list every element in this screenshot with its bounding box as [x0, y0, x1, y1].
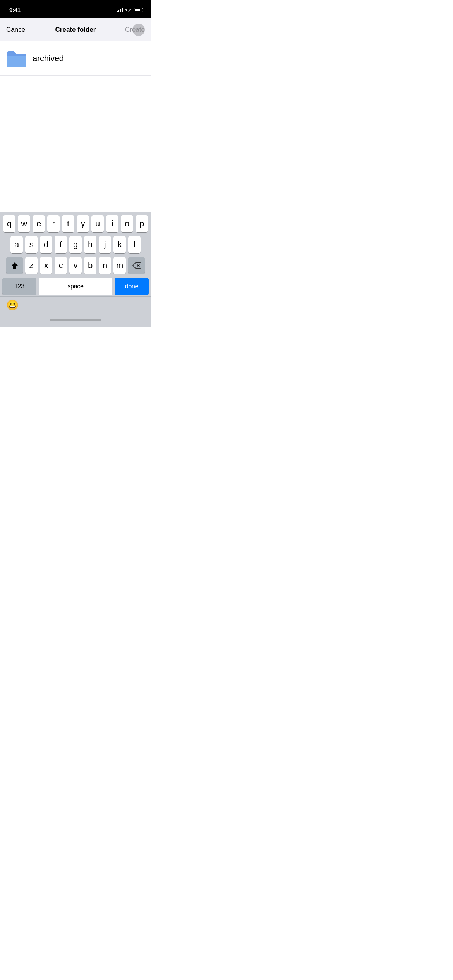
- shift-key[interactable]: [6, 257, 23, 274]
- signal-bars-icon: [117, 8, 123, 12]
- status-time: 9:41: [9, 7, 21, 13]
- key-y[interactable]: y: [77, 215, 89, 232]
- keyboard-row-4: 123 space done: [1, 278, 150, 295]
- keyboard-row-3: z x c v b n m: [1, 257, 150, 274]
- key-f[interactable]: f: [55, 236, 67, 253]
- key-p[interactable]: p: [136, 215, 148, 232]
- nav-title: Create folder: [55, 26, 96, 34]
- key-t[interactable]: t: [62, 215, 74, 232]
- key-i[interactable]: i: [106, 215, 118, 232]
- keyboard-rows: q w e r t y u i o p a s d f g h j k l: [0, 212, 151, 296]
- main-content-area: [0, 76, 151, 213]
- folder-name-input[interactable]: [33, 53, 145, 63]
- key-u[interactable]: u: [91, 215, 104, 232]
- key-m[interactable]: m: [113, 257, 126, 274]
- nav-header: Cancel Create folder Create: [0, 18, 151, 41]
- status-bar: 9:41: [0, 0, 151, 18]
- emoji-button[interactable]: 😀: [6, 299, 19, 311]
- key-b[interactable]: b: [84, 257, 96, 274]
- key-w[interactable]: w: [18, 215, 30, 232]
- key-h[interactable]: h: [84, 236, 96, 253]
- folder-input-area: [0, 41, 151, 76]
- keyboard-row-2: a s d f g h j k l: [1, 236, 150, 253]
- signal-bar-4: [122, 8, 123, 12]
- done-key[interactable]: done: [115, 278, 149, 295]
- key-s[interactable]: s: [25, 236, 38, 253]
- key-k[interactable]: k: [113, 236, 126, 253]
- key-q[interactable]: q: [3, 215, 15, 232]
- key-z[interactable]: z: [25, 257, 38, 274]
- key-r[interactable]: r: [47, 215, 60, 232]
- wifi-icon: [125, 8, 131, 12]
- key-e[interactable]: e: [33, 215, 45, 232]
- create-button[interactable]: Create: [125, 23, 145, 37]
- key-a[interactable]: a: [10, 236, 23, 253]
- key-v[interactable]: v: [69, 257, 82, 274]
- emoji-bar: 😀: [0, 296, 151, 314]
- home-indicator: [0, 314, 151, 327]
- signal-bar-3: [120, 9, 121, 12]
- key-n[interactable]: n: [99, 257, 111, 274]
- key-l[interactable]: l: [128, 236, 141, 253]
- delete-key[interactable]: [128, 257, 145, 274]
- key-j[interactable]: j: [99, 236, 111, 253]
- folder-icon: [6, 49, 27, 68]
- status-icons: [117, 8, 144, 12]
- home-bar: [50, 319, 101, 321]
- key-o[interactable]: o: [121, 215, 133, 232]
- signal-bar-2: [118, 10, 119, 12]
- space-key[interactable]: space: [39, 278, 112, 295]
- battery-fill: [135, 9, 140, 11]
- key-c[interactable]: c: [55, 257, 67, 274]
- battery-icon: [134, 8, 143, 12]
- create-button-label: Create: [125, 26, 145, 34]
- key-d[interactable]: d: [40, 236, 52, 253]
- numbers-key[interactable]: 123: [2, 278, 36, 295]
- keyboard-row-1: q w e r t y u i o p: [1, 215, 150, 232]
- key-g[interactable]: g: [69, 236, 82, 253]
- cancel-button[interactable]: Cancel: [6, 23, 27, 37]
- keyboard-container: q w e r t y u i o p a s d f g h j k l: [0, 212, 151, 327]
- key-x[interactable]: x: [40, 257, 52, 274]
- signal-bar-1: [117, 11, 118, 12]
